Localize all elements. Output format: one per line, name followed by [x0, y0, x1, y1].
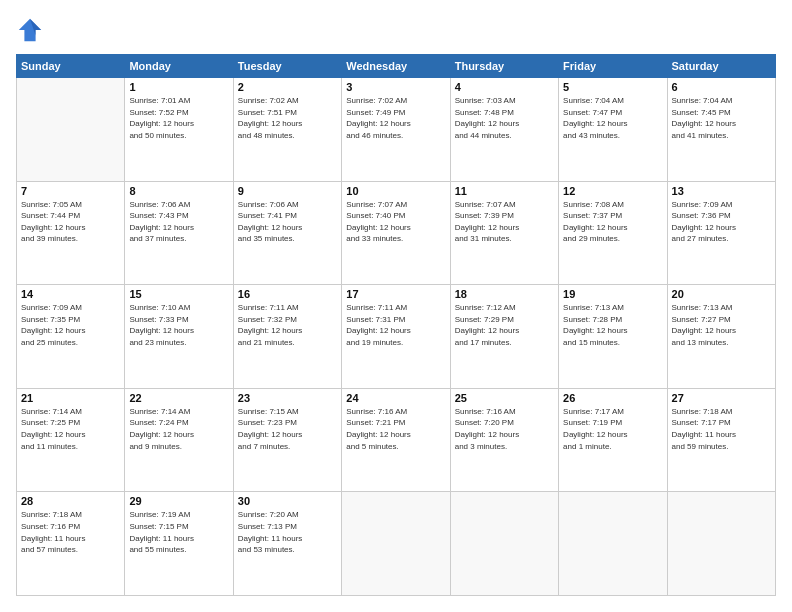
- calendar-cell: [450, 492, 558, 596]
- cell-info: Sunrise: 7:11 AM Sunset: 7:32 PM Dayligh…: [238, 302, 337, 348]
- calendar-cell: 8Sunrise: 7:06 AM Sunset: 7:43 PM Daylig…: [125, 181, 233, 285]
- calendar-cell: 12Sunrise: 7:08 AM Sunset: 7:37 PM Dayli…: [559, 181, 667, 285]
- calendar-cell: 15Sunrise: 7:10 AM Sunset: 7:33 PM Dayli…: [125, 285, 233, 389]
- page: SundayMondayTuesdayWednesdayThursdayFrid…: [0, 0, 792, 612]
- day-header-sunday: Sunday: [17, 55, 125, 78]
- day-number: 14: [21, 288, 120, 300]
- day-number: 26: [563, 392, 662, 404]
- day-header-wednesday: Wednesday: [342, 55, 450, 78]
- cell-info: Sunrise: 7:12 AM Sunset: 7:29 PM Dayligh…: [455, 302, 554, 348]
- cell-info: Sunrise: 7:13 AM Sunset: 7:28 PM Dayligh…: [563, 302, 662, 348]
- calendar-cell: 13Sunrise: 7:09 AM Sunset: 7:36 PM Dayli…: [667, 181, 775, 285]
- calendar-cell: 25Sunrise: 7:16 AM Sunset: 7:20 PM Dayli…: [450, 388, 558, 492]
- day-header-tuesday: Tuesday: [233, 55, 341, 78]
- day-number: 3: [346, 81, 445, 93]
- cell-info: Sunrise: 7:01 AM Sunset: 7:52 PM Dayligh…: [129, 95, 228, 141]
- cell-info: Sunrise: 7:20 AM Sunset: 7:13 PM Dayligh…: [238, 509, 337, 555]
- day-number: 30: [238, 495, 337, 507]
- day-number: 17: [346, 288, 445, 300]
- day-number: 9: [238, 185, 337, 197]
- day-number: 18: [455, 288, 554, 300]
- day-number: 24: [346, 392, 445, 404]
- calendar-cell: 14Sunrise: 7:09 AM Sunset: 7:35 PM Dayli…: [17, 285, 125, 389]
- cell-info: Sunrise: 7:16 AM Sunset: 7:20 PM Dayligh…: [455, 406, 554, 452]
- cell-info: Sunrise: 7:15 AM Sunset: 7:23 PM Dayligh…: [238, 406, 337, 452]
- calendar-cell: 7Sunrise: 7:05 AM Sunset: 7:44 PM Daylig…: [17, 181, 125, 285]
- logo-icon: [16, 16, 44, 44]
- calendar-table: SundayMondayTuesdayWednesdayThursdayFrid…: [16, 54, 776, 596]
- cell-info: Sunrise: 7:04 AM Sunset: 7:47 PM Dayligh…: [563, 95, 662, 141]
- day-number: 1: [129, 81, 228, 93]
- cell-info: Sunrise: 7:09 AM Sunset: 7:36 PM Dayligh…: [672, 199, 771, 245]
- day-number: 12: [563, 185, 662, 197]
- calendar-cell: 24Sunrise: 7:16 AM Sunset: 7:21 PM Dayli…: [342, 388, 450, 492]
- day-number: 15: [129, 288, 228, 300]
- cell-info: Sunrise: 7:06 AM Sunset: 7:41 PM Dayligh…: [238, 199, 337, 245]
- cell-info: Sunrise: 7:07 AM Sunset: 7:39 PM Dayligh…: [455, 199, 554, 245]
- day-number: 13: [672, 185, 771, 197]
- calendar-cell: 19Sunrise: 7:13 AM Sunset: 7:28 PM Dayli…: [559, 285, 667, 389]
- cell-info: Sunrise: 7:11 AM Sunset: 7:31 PM Dayligh…: [346, 302, 445, 348]
- calendar-cell: 11Sunrise: 7:07 AM Sunset: 7:39 PM Dayli…: [450, 181, 558, 285]
- day-number: 4: [455, 81, 554, 93]
- day-number: 23: [238, 392, 337, 404]
- calendar-cell: 4Sunrise: 7:03 AM Sunset: 7:48 PM Daylig…: [450, 78, 558, 182]
- calendar-cell: 26Sunrise: 7:17 AM Sunset: 7:19 PM Dayli…: [559, 388, 667, 492]
- week-row-1: 7Sunrise: 7:05 AM Sunset: 7:44 PM Daylig…: [17, 181, 776, 285]
- calendar-cell: [342, 492, 450, 596]
- cell-info: Sunrise: 7:19 AM Sunset: 7:15 PM Dayligh…: [129, 509, 228, 555]
- cell-info: Sunrise: 7:14 AM Sunset: 7:25 PM Dayligh…: [21, 406, 120, 452]
- calendar-cell: 1Sunrise: 7:01 AM Sunset: 7:52 PM Daylig…: [125, 78, 233, 182]
- calendar-cell: 23Sunrise: 7:15 AM Sunset: 7:23 PM Dayli…: [233, 388, 341, 492]
- day-header-friday: Friday: [559, 55, 667, 78]
- day-header-thursday: Thursday: [450, 55, 558, 78]
- calendar-header-row: SundayMondayTuesdayWednesdayThursdayFrid…: [17, 55, 776, 78]
- day-number: 10: [346, 185, 445, 197]
- cell-info: Sunrise: 7:18 AM Sunset: 7:16 PM Dayligh…: [21, 509, 120, 555]
- cell-info: Sunrise: 7:02 AM Sunset: 7:49 PM Dayligh…: [346, 95, 445, 141]
- calendar-cell: 2Sunrise: 7:02 AM Sunset: 7:51 PM Daylig…: [233, 78, 341, 182]
- calendar-cell: 5Sunrise: 7:04 AM Sunset: 7:47 PM Daylig…: [559, 78, 667, 182]
- calendar-cell: 3Sunrise: 7:02 AM Sunset: 7:49 PM Daylig…: [342, 78, 450, 182]
- week-row-4: 28Sunrise: 7:18 AM Sunset: 7:16 PM Dayli…: [17, 492, 776, 596]
- day-number: 28: [21, 495, 120, 507]
- logo: [16, 16, 48, 44]
- calendar-cell: 10Sunrise: 7:07 AM Sunset: 7:40 PM Dayli…: [342, 181, 450, 285]
- day-number: 8: [129, 185, 228, 197]
- week-row-2: 14Sunrise: 7:09 AM Sunset: 7:35 PM Dayli…: [17, 285, 776, 389]
- cell-info: Sunrise: 7:04 AM Sunset: 7:45 PM Dayligh…: [672, 95, 771, 141]
- cell-info: Sunrise: 7:06 AM Sunset: 7:43 PM Dayligh…: [129, 199, 228, 245]
- day-number: 21: [21, 392, 120, 404]
- cell-info: Sunrise: 7:14 AM Sunset: 7:24 PM Dayligh…: [129, 406, 228, 452]
- day-number: 22: [129, 392, 228, 404]
- cell-info: Sunrise: 7:05 AM Sunset: 7:44 PM Dayligh…: [21, 199, 120, 245]
- day-header-monday: Monday: [125, 55, 233, 78]
- calendar-cell: 20Sunrise: 7:13 AM Sunset: 7:27 PM Dayli…: [667, 285, 775, 389]
- calendar-cell: 18Sunrise: 7:12 AM Sunset: 7:29 PM Dayli…: [450, 285, 558, 389]
- calendar-cell: 17Sunrise: 7:11 AM Sunset: 7:31 PM Dayli…: [342, 285, 450, 389]
- header: [16, 16, 776, 44]
- day-number: 6: [672, 81, 771, 93]
- cell-info: Sunrise: 7:18 AM Sunset: 7:17 PM Dayligh…: [672, 406, 771, 452]
- calendar-cell: 30Sunrise: 7:20 AM Sunset: 7:13 PM Dayli…: [233, 492, 341, 596]
- day-number: 20: [672, 288, 771, 300]
- calendar-cell: 9Sunrise: 7:06 AM Sunset: 7:41 PM Daylig…: [233, 181, 341, 285]
- calendar-cell: 28Sunrise: 7:18 AM Sunset: 7:16 PM Dayli…: [17, 492, 125, 596]
- calendar-cell: [559, 492, 667, 596]
- calendar-cell: 21Sunrise: 7:14 AM Sunset: 7:25 PM Dayli…: [17, 388, 125, 492]
- cell-info: Sunrise: 7:13 AM Sunset: 7:27 PM Dayligh…: [672, 302, 771, 348]
- cell-info: Sunrise: 7:07 AM Sunset: 7:40 PM Dayligh…: [346, 199, 445, 245]
- week-row-3: 21Sunrise: 7:14 AM Sunset: 7:25 PM Dayli…: [17, 388, 776, 492]
- cell-info: Sunrise: 7:16 AM Sunset: 7:21 PM Dayligh…: [346, 406, 445, 452]
- calendar-cell: 27Sunrise: 7:18 AM Sunset: 7:17 PM Dayli…: [667, 388, 775, 492]
- calendar-cell: [17, 78, 125, 182]
- day-number: 7: [21, 185, 120, 197]
- cell-info: Sunrise: 7:17 AM Sunset: 7:19 PM Dayligh…: [563, 406, 662, 452]
- day-number: 25: [455, 392, 554, 404]
- day-number: 2: [238, 81, 337, 93]
- day-number: 16: [238, 288, 337, 300]
- cell-info: Sunrise: 7:03 AM Sunset: 7:48 PM Dayligh…: [455, 95, 554, 141]
- calendar-cell: 16Sunrise: 7:11 AM Sunset: 7:32 PM Dayli…: [233, 285, 341, 389]
- cell-info: Sunrise: 7:02 AM Sunset: 7:51 PM Dayligh…: [238, 95, 337, 141]
- calendar-body: 1Sunrise: 7:01 AM Sunset: 7:52 PM Daylig…: [17, 78, 776, 596]
